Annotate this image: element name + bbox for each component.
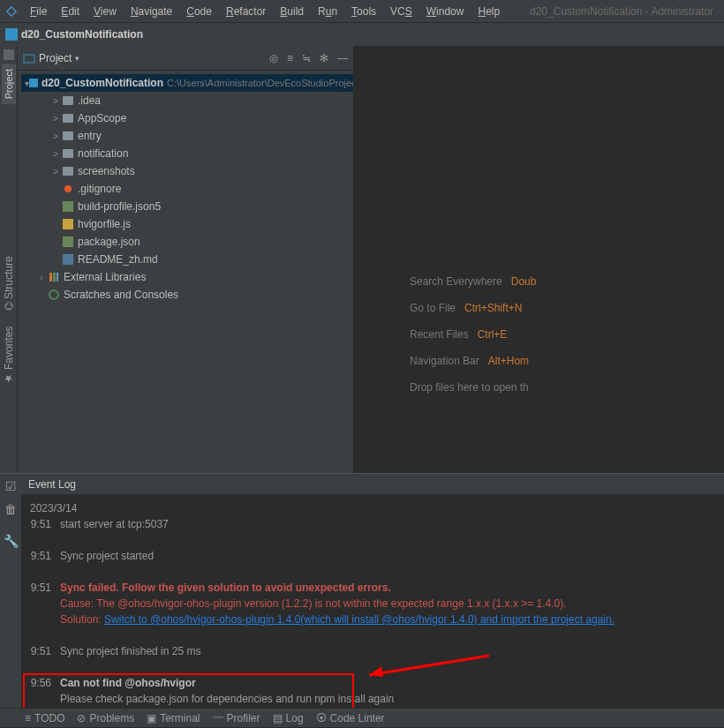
tree-item[interactable]: >screenshots (21, 162, 353, 180)
nav-bar: d20_CustomNotification (0, 23, 724, 46)
event-log-row: 9:51Sync project started (26, 548, 719, 564)
event-message (60, 566, 719, 578)
event-wrench-icon[interactable]: 🔧 (4, 534, 19, 548)
event-link[interactable]: Switch to @ohos/hvigor-ohos-plugin 1.4.0… (104, 613, 615, 626)
tree-item-label: screenshots (78, 165, 135, 177)
project-module-icon (5, 28, 18, 41)
event-log-row: Solution: Switch to @ohos/hvigor-ohos-pl… (26, 612, 719, 627)
tree-item[interactable]: build-profile.json5 (21, 198, 353, 215)
tree-root[interactable]: ▾ d20_CustomNotification C:\Users\Admini… (21, 74, 353, 92)
menu-file[interactable]: File (23, 5, 54, 18)
svg-point-2 (64, 185, 72, 192)
tree-expand-icon[interactable]: > (49, 114, 62, 124)
svg-rect-3 (63, 201, 73, 212)
tool-tab-favorites[interactable]: ★ Favorites (3, 326, 15, 385)
event-log-row (26, 564, 719, 580)
tree-expand-icon[interactable]: > (49, 149, 62, 159)
event-log-row (26, 627, 719, 643)
git-icon (63, 184, 73, 194)
event-delete-icon[interactable]: 🗑 (4, 502, 17, 516)
tool-problems[interactable]: ⊘Problems (77, 712, 134, 724)
tool-todo[interactable]: ≡TODO (25, 712, 64, 724)
tool-code-linter[interactable]: ⦿Code Linter (316, 712, 385, 724)
settings-gear-icon[interactable]: ✻ (320, 52, 328, 64)
breadcrumb-project[interactable]: d20_CustomNotification (21, 28, 143, 41)
tool-tab-structure[interactable]: ⌬ Structure (3, 256, 15, 311)
library-icon (48, 271, 60, 283)
project-panel-title[interactable]: Project (39, 52, 72, 64)
menu-refactor[interactable]: Refactor (219, 5, 273, 18)
tree-item[interactable]: >notification (21, 145, 353, 162)
terminal-icon: ▣ (147, 712, 156, 724)
project-panel: Project ▾ ◎ ≡ ≒ ✻ — ▾ d20_CustomNotifica… (18, 46, 353, 473)
menu-build[interactable]: Build (273, 5, 311, 18)
menu-tools[interactable]: Tools (344, 5, 383, 18)
project-view-icon (23, 52, 35, 64)
event-time (26, 693, 51, 705)
tree-item[interactable]: README_zh.md (21, 251, 353, 268)
menu-run[interactable]: Run (311, 5, 344, 18)
event-time: 9:51 (26, 550, 51, 562)
folder-icon (63, 114, 73, 123)
svg-rect-4 (63, 219, 73, 229)
gutter-square-icon[interactable] (4, 49, 14, 60)
project-panel-header: Project ▾ ◎ ≡ ≒ ✻ — (18, 46, 353, 71)
locate-icon[interactable]: ◎ (269, 52, 278, 64)
js-icon (63, 219, 73, 229)
event-log-panel: Event Log 2023/3/14 9:51start server at … (21, 474, 724, 708)
svg-rect-6 (63, 254, 73, 265)
svg-rect-9 (57, 273, 58, 281)
tree-expand-icon[interactable]: > (49, 167, 62, 176)
menu-edit[interactable]: Edit (54, 5, 87, 18)
tool-tab-project[interactable]: Project (2, 64, 16, 104)
tip-recent-files: Recent FilesCtrl+E (410, 328, 724, 341)
tree-expand-icon[interactable]: > (49, 96, 62, 106)
event-message: Please check package.json for dependenci… (60, 693, 719, 705)
expand-all-icon[interactable]: ≡ (287, 52, 293, 64)
menu-code[interactable]: Code (179, 5, 219, 18)
svg-rect-7 (49, 273, 52, 281)
event-message (60, 534, 719, 546)
event-log-body[interactable]: 2023/3/14 9:51start server at tcp:5037 9… (21, 495, 724, 708)
event-message: Cause: The @ohos/hvigor-ohos-plugin vers… (60, 597, 719, 610)
tool-profiler[interactable]: 〰Profiler (213, 712, 260, 724)
tree-item[interactable]: package.json (21, 233, 353, 251)
folder-icon (63, 96, 73, 105)
menu-vcs[interactable]: VCS (383, 5, 419, 18)
hide-panel-icon[interactable]: — (337, 52, 348, 64)
menu-window[interactable]: Window (419, 5, 471, 18)
menu-navigate[interactable]: Navigate (124, 5, 179, 18)
svg-line-11 (369, 656, 489, 675)
project-tree[interactable]: ▾ d20_CustomNotification C:\Users\Admini… (18, 71, 353, 473)
window-title: d20_CustomNotification - Administrator (512, 5, 713, 18)
tree-external-libraries[interactable]: › External Libraries (21, 268, 353, 286)
collapse-all-icon[interactable]: ≒ (302, 52, 311, 64)
tree-item-label: hvigorfile.js (78, 218, 131, 230)
tree-expand-icon[interactable]: > (49, 131, 62, 141)
project-view-chevron-icon[interactable]: ▾ (75, 54, 79, 63)
tree-expand-icon[interactable]: › (35, 273, 48, 282)
tip-search-everywhere: Search EverywhereDoub (410, 275, 724, 288)
tree-item[interactable]: hvigorfile.js (21, 215, 353, 233)
tree-item[interactable]: >.idea (21, 92, 353, 109)
tree-item[interactable]: >entry (21, 127, 353, 145)
event-time: 9:56 (26, 677, 51, 689)
tool-log[interactable]: ▤Log (273, 712, 304, 724)
todo-icon: ≡ (25, 712, 31, 724)
menu-help[interactable]: Help (471, 5, 507, 18)
editor-empty-state[interactable]: Search EverywhereDoub Go to FileCtrl+Shi… (353, 46, 724, 473)
tree-item[interactable]: >AppScope (21, 109, 353, 127)
module-icon (29, 79, 38, 87)
profiler-icon: 〰 (213, 712, 223, 724)
tip-drop-files: Drop files here to open th (410, 381, 724, 394)
menu-view[interactable]: View (87, 5, 124, 18)
svg-marker-12 (369, 666, 383, 677)
tree-scratches[interactable]: Scratches and Consoles (21, 286, 353, 304)
tool-terminal[interactable]: ▣Terminal (147, 712, 200, 724)
tree-item[interactable]: .gitignore (21, 180, 353, 198)
folder-icon (63, 167, 73, 176)
event-log-row: 9:51start server at tcp:5037 (26, 516, 719, 532)
event-checklist-icon[interactable]: ☑ (5, 479, 17, 493)
tree-item-label: package.json (78, 236, 140, 248)
svg-rect-5 (63, 236, 73, 247)
